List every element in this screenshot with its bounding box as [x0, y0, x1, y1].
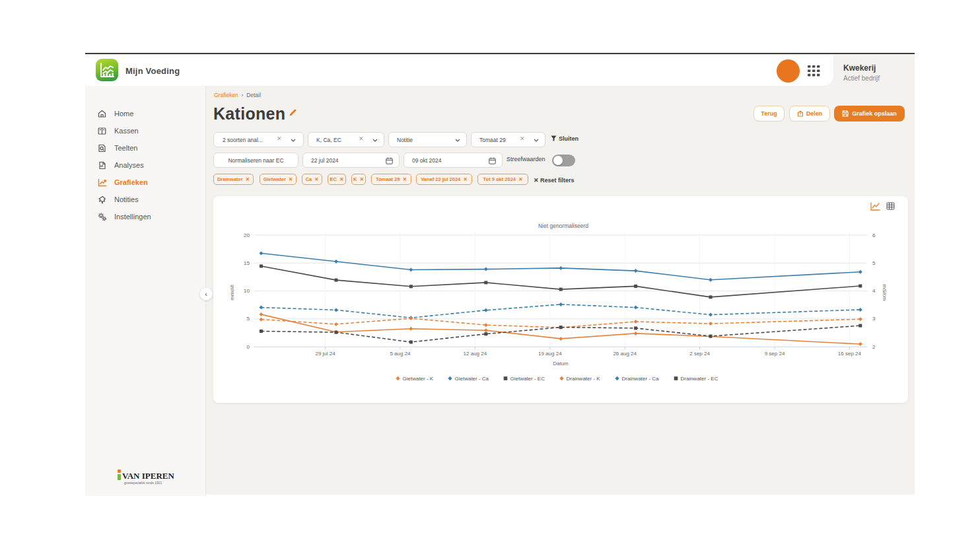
svg-text:Drainwater - K: Drainwater - K: [567, 376, 601, 382]
svg-text:mmol/l: mmol/l: [229, 285, 235, 300]
svg-text:26 aug 24: 26 aug 24: [613, 351, 637, 357]
svg-text:2: 2: [872, 344, 876, 350]
svg-text:Drainwater - Ca: Drainwater - Ca: [622, 376, 660, 382]
svg-text:6: 6: [872, 232, 876, 238]
svg-text:5: 5: [872, 260, 876, 266]
svg-text:19 aug 24: 19 aug 24: [538, 351, 562, 357]
svg-text:20: 20: [244, 232, 250, 238]
svg-text:9 sep 24: 9 sep 24: [765, 351, 785, 357]
svg-text:mS/cm: mS/cm: [882, 285, 888, 301]
svg-text:10: 10: [244, 288, 250, 294]
svg-text:Drainwater - EC: Drainwater - EC: [681, 376, 718, 382]
svg-text:0: 0: [247, 344, 250, 350]
svg-text:groeispecialist sinds 1921: groeispecialist sinds 1921: [124, 481, 162, 485]
svg-text:Gietwater - K: Gietwater - K: [403, 376, 434, 382]
svg-text:VAN IPEREN: VAN IPEREN: [122, 471, 174, 481]
svg-text:2 sep 24: 2 sep 24: [689, 351, 710, 357]
svg-text:16 sep 24: 16 sep 24: [838, 351, 862, 357]
svg-text:Niet genormaliseerd: Niet genormaliseerd: [538, 223, 588, 229]
svg-text:5: 5: [247, 316, 250, 322]
svg-text:Gietwater - EC: Gietwater - EC: [510, 376, 545, 382]
svg-text:12 aug 24: 12 aug 24: [464, 351, 487, 357]
svg-text:Datum: Datum: [553, 361, 569, 367]
svg-text:29 jul 24: 29 jul 24: [315, 351, 335, 357]
svg-text:3: 3: [872, 316, 876, 322]
svg-text:15: 15: [244, 260, 250, 266]
svg-text:5 aug 24: 5 aug 24: [390, 351, 411, 357]
svg-text:Gietwater - Ca: Gietwater - Ca: [455, 376, 489, 382]
svg-text:4: 4: [872, 288, 876, 294]
